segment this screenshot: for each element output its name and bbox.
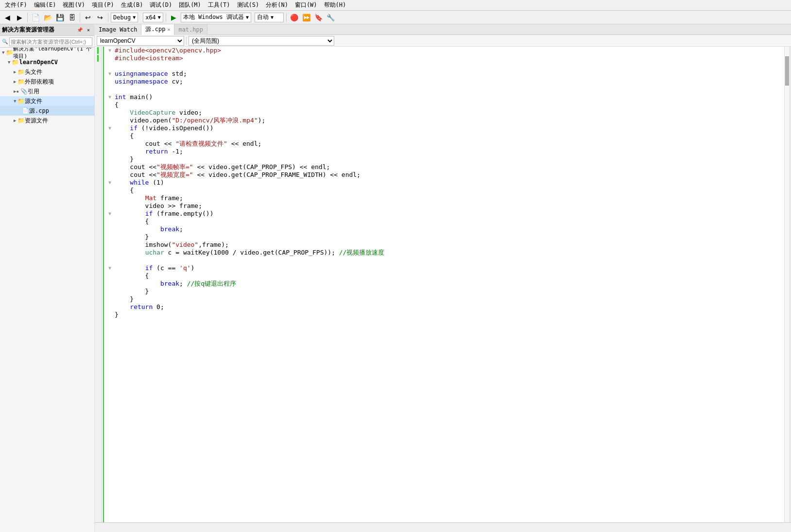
tree-item-source-cpp[interactable]: 📄 源.cpp	[0, 106, 94, 116]
gutter-line	[95, 101, 101, 109]
code-content[interactable]: ▼#include<opencv2\opencv.hpp> #include<i…	[104, 47, 784, 522]
menu-bar: 文件(F) 编辑(E) 视图(V) 项目(P) 生成(B) 调试(D) 团队(M…	[0, 0, 791, 11]
imagewatch-tab-label: Image Watch	[99, 26, 137, 33]
fold-indicator	[107, 288, 113, 295]
fold-indicator[interactable]: ▼	[107, 210, 113, 218]
menu-help[interactable]: 帮助(H)	[321, 0, 349, 10]
menu-project[interactable]: 项目(P)	[89, 0, 117, 10]
gutter-line	[95, 319, 101, 326]
gutter-line	[95, 272, 101, 280]
fold-indicator[interactable]: ▼	[107, 70, 113, 78]
gutter-line	[95, 117, 101, 124]
gutter-line	[95, 124, 101, 132]
code-line: using namespace cv;	[104, 78, 784, 86]
project-label: learnOpenCV	[19, 59, 57, 66]
tab-bar: Image Watch 源.cpp ✕ mat.hpp	[95, 24, 791, 35]
fold-indicator[interactable]: ▼	[107, 124, 113, 132]
fold-indicator	[107, 218, 113, 225]
code-line	[104, 62, 784, 70]
bookmark-btn[interactable]: 🔖	[313, 12, 324, 23]
menu-test[interactable]: 测试(S)	[234, 0, 262, 10]
code-line: VideoCapture video;	[104, 109, 784, 117]
sep5	[166, 13, 166, 22]
green-bar-mark	[97, 47, 99, 54]
code-line: }	[104, 311, 784, 319]
global-scope-dropdown[interactable]: (全局范围)	[189, 36, 334, 46]
menu-edit[interactable]: 编辑(E)	[31, 0, 59, 10]
undo-btn[interactable]: ↩	[83, 12, 93, 23]
tree-item-external[interactable]: ▶ 📁 外部依赖项	[0, 77, 94, 86]
menu-window[interactable]: 窗口(W)	[292, 0, 320, 10]
code-line: }	[104, 288, 784, 295]
sidebar-search: 🔍	[0, 36, 94, 48]
menu-view[interactable]: 视图(V)	[60, 0, 88, 10]
open-btn[interactable]: 📂	[42, 12, 53, 23]
code-editor: ▼#include<opencv2\opencv.hpp> #include<i…	[95, 47, 791, 522]
fold-indicator[interactable]: ▼	[107, 264, 113, 272]
pin-btn[interactable]: 📌	[76, 26, 84, 34]
menu-build[interactable]: 生成(B)	[118, 0, 146, 10]
forward-btn[interactable]: ▶	[14, 12, 25, 23]
code-line: cout <<"视频宽度=" << video.get(CAP_PROP_FRA…	[104, 171, 784, 179]
gutter-line	[95, 70, 101, 78]
menu-team[interactable]: 团队(M)	[176, 0, 204, 10]
fold-indicator	[107, 109, 113, 117]
tree-item-resources[interactable]: ▶ 📁 资源文件	[0, 116, 94, 125]
save-btn[interactable]: 💾	[54, 12, 65, 23]
fold-indicator[interactable]: ▼	[107, 179, 113, 187]
tree-item-headers[interactable]: ▶ 📁 头文件	[0, 67, 94, 77]
imagewatch-tab[interactable]: Image Watch	[95, 24, 141, 35]
menu-analyze[interactable]: 分析(N)	[263, 0, 291, 10]
code-line: {	[104, 187, 784, 194]
gutter-line	[95, 187, 101, 194]
scrollbar-track-inner	[789, 47, 791, 522]
code-line: {	[104, 272, 784, 280]
step-btn[interactable]: ⏩	[301, 12, 312, 23]
auto-dropdown[interactable]: 自动 ▼	[255, 13, 284, 22]
sidebar: 解决方案资源管理器 📌 ✕ 🔍 ▼ 📁 解决方案'learnOpenCV'(1 …	[0, 24, 95, 532]
search-input[interactable]	[9, 37, 92, 46]
gutter-line	[95, 264, 101, 272]
platform-dropdown[interactable]: x64 ▼	[143, 13, 163, 22]
menu-tools[interactable]: 工具(T)	[205, 0, 233, 10]
fold-indicator	[107, 194, 113, 202]
scope-dropdown[interactable]: learnOpenCV	[97, 36, 184, 46]
bp-btn[interactable]: 🔴	[289, 12, 300, 23]
fold-indicator	[107, 171, 113, 179]
fold-indicator[interactable]: ▼	[107, 93, 113, 101]
gutter-line	[95, 86, 101, 93]
fold-indicator	[107, 132, 113, 140]
close-sidebar-btn[interactable]: ✕	[85, 26, 92, 34]
tool1-btn[interactable]: 🔧	[326, 12, 336, 23]
gutter-line	[95, 179, 101, 187]
solution-node[interactable]: ▼ 📁 解决方案'learnOpenCV'(1 个项目)	[0, 48, 94, 57]
gutter-line	[95, 140, 101, 148]
active-tab-cpp[interactable]: 源.cpp ✕	[141, 24, 174, 35]
fold-indicator	[107, 280, 113, 288]
fold-indicator	[107, 311, 113, 319]
run-label-dropdown[interactable]: 本地 Windows 调试器 ▼	[181, 13, 251, 22]
redo-btn[interactable]: ↪	[95, 12, 105, 23]
menu-file[interactable]: 文件(F)	[2, 0, 30, 10]
tree-item-sources[interactable]: ▼ 📁 源文件	[0, 96, 94, 106]
code-line: Mat frame;	[104, 194, 784, 202]
fold-indicator[interactable]: ▼	[107, 47, 113, 54]
fold-indicator	[107, 241, 113, 249]
menu-debug[interactable]: 调试(D)	[147, 0, 175, 10]
new-project-btn[interactable]: 📄	[30, 12, 41, 23]
sidebar-header-btns: 📌 ✕	[76, 26, 92, 34]
code-line	[104, 86, 784, 93]
code-toolbar-sep	[186, 37, 187, 45]
debug-mode-dropdown[interactable]: Debug ▼	[111, 13, 138, 22]
back-btn[interactable]: ◀	[2, 12, 13, 23]
headers-icon: 📁	[17, 69, 25, 75]
run-dropdown-arrow: ▼	[246, 15, 249, 20]
fold-indicator	[107, 272, 113, 280]
code-line: video.open("D:/opencv/风筝冲浪.mp4");	[104, 117, 784, 124]
right-scrollbar[interactable]	[784, 47, 791, 522]
tab-close-cpp[interactable]: ✕	[167, 27, 170, 32]
tab-mat-hpp[interactable]: mat.hpp	[174, 24, 207, 35]
save-all-btn[interactable]: 🗄	[67, 12, 77, 23]
run-btn[interactable]: ▶	[169, 12, 179, 23]
tree-item-refs[interactable]: ▶▪ 📎 引用	[0, 86, 94, 96]
